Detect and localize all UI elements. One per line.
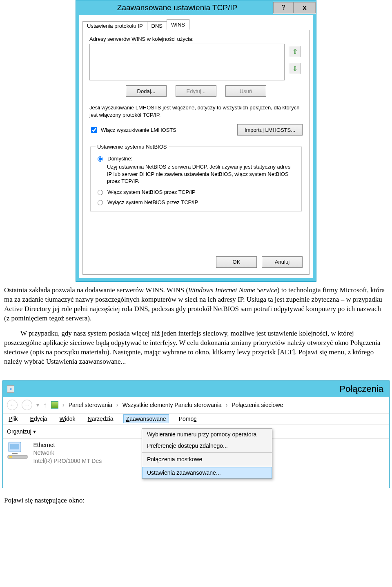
svg-rect-4 xyxy=(9,456,12,458)
close-icon: x xyxy=(303,4,306,12)
reorder-buttons: ⇧ ⇩ xyxy=(289,46,301,74)
lmhosts-checkbox-label[interactable]: Włącz wyszukiwanie LMHOSTS xyxy=(89,126,176,134)
lmhosts-checkbox-text: Włącz wyszukiwanie LMHOSTS xyxy=(101,127,176,133)
menu-item-operator-dial[interactable]: Wybieranie numeru przy pomocy operatora xyxy=(142,429,272,440)
netbios-radio-disable[interactable] xyxy=(98,200,103,205)
nav-row: ← → ▾ ↑ › Panel sterowania › Wszystkie e… xyxy=(3,397,389,414)
ok-button[interactable]: OK xyxy=(216,256,257,268)
menu-bar: Plik Edycja Widok Narzędzia Zaawansowane… xyxy=(3,414,389,425)
crumb-1[interactable]: Panel sterowania xyxy=(69,402,112,408)
remove-button[interactable]: Usuń xyxy=(225,85,266,97)
netbios-radio-disable-row[interactable]: Wyłącz system NetBIOS przez TCP/IP xyxy=(96,199,296,205)
back-button[interactable]: ← xyxy=(7,400,18,410)
menu-file[interactable]: Plik xyxy=(6,415,20,423)
dialog-titlebar: Zaawansowane ustawienia TCP/IP ? x xyxy=(76,0,316,15)
netbios-radio-enable-row[interactable]: Włącz system NetBIOS przez TCP/IP xyxy=(96,189,296,195)
menu-item-advanced-settings[interactable]: Ustawienia zaawansowane... xyxy=(142,467,272,478)
ethernet-adapter-item[interactable]: Ethernet Network Intel(R) PRO/1000 MT De… xyxy=(33,441,102,465)
move-down-button[interactable]: ⇩ xyxy=(289,63,301,74)
arrow-left-icon: ← xyxy=(9,402,15,408)
move-up-button[interactable]: ⇧ xyxy=(289,46,301,57)
svg-rect-1 xyxy=(10,444,19,449)
netbios-radio-default-row[interactable]: Domyślne: xyxy=(96,156,296,162)
paragraph-2: W przypadku, gdy nasz system posiada wię… xyxy=(4,329,388,367)
help-icon: ? xyxy=(281,4,285,12)
adapter-network: Network xyxy=(33,449,102,457)
close-button[interactable]: x xyxy=(294,2,316,13)
help-button[interactable]: ? xyxy=(273,2,294,13)
wins-server-listbox[interactable] xyxy=(89,44,285,80)
dialog-button-row: OK Anuluj xyxy=(89,256,303,268)
lmhosts-row: Włącz wyszukiwanie LMHOSTS Importuj LMHO… xyxy=(89,124,303,136)
tab-dns[interactable]: DNS xyxy=(147,21,167,30)
wins-servers-label: Adresy serwerów WINS w kolejności użycia… xyxy=(89,36,303,42)
chevron-right-icon: › xyxy=(226,402,228,408)
adapter-name: Ethernet xyxy=(33,441,102,449)
tab-wins[interactable]: WINS xyxy=(167,19,189,30)
netbios-radio-disable-label: Wyłącz system NetBIOS przez TCP/IP xyxy=(107,199,198,205)
menu-help[interactable]: Pomoc xyxy=(176,415,199,423)
dialog-body: Ustawienia protokołu IP DNS WINS Adresy … xyxy=(76,15,316,281)
advanced-dropdown-menu: Wybieranie numeru przy pomocy operatora … xyxy=(142,428,272,479)
article-body: Ostatnia zakłada pozwala na dodawanie se… xyxy=(0,284,392,380)
arrow-down-icon: ⇩ xyxy=(292,65,298,73)
netbios-radio-default[interactable] xyxy=(98,156,103,162)
netbios-radio-enable-label: Włącz system NetBIOS przez TCP/IP xyxy=(107,189,196,195)
forward-button[interactable]: → xyxy=(22,400,32,410)
article-tail: Pojawi się następujące okno: xyxy=(0,494,392,519)
netbios-groupbox: Ustawienie systemu NetBIOS Domyślne: Uży… xyxy=(90,144,302,211)
chevron-right-icon: › xyxy=(116,402,118,408)
crumb-2[interactable]: Wszystkie elementy Panelu sterowania xyxy=(122,402,222,408)
import-lmhosts-button[interactable]: Importuj LMHOSTS... xyxy=(237,124,303,136)
menu-separator xyxy=(142,466,272,466)
paragraph-1: Ostatnia zakłada pozwala na dodawanie se… xyxy=(4,286,388,323)
tab-strip: Ustawienia protokołu IP DNS WINS xyxy=(82,19,310,30)
netbios-radio-default-label: Domyślne: xyxy=(107,156,132,162)
dialog-title: Zaawansowane ustawienia TCP/IP xyxy=(82,3,273,12)
cancel-button[interactable]: Anuluj xyxy=(262,256,303,268)
up-button[interactable]: ↑ xyxy=(43,401,47,409)
tcpip-advanced-dialog: Zaawansowane ustawienia TCP/IP ? x Ustaw… xyxy=(76,0,316,282)
netbios-legend: Ustawienie systemu NetBIOS xyxy=(96,144,169,150)
crumb-3[interactable]: Połączenia sieciowe xyxy=(232,402,283,408)
system-menu-icon[interactable]: 🔹 xyxy=(7,385,14,393)
adapter-device: Intel(R) PRO/1000 MT Des xyxy=(33,457,102,465)
menu-item-bridge-connections[interactable]: Połączenia mostkowe xyxy=(142,454,272,465)
lmhosts-info-text: Jeśli wyszukiwanie LMHOSTS jest włączone… xyxy=(89,104,303,118)
titlebar-buttons: ? x xyxy=(273,2,316,14)
organize-button[interactable]: Organizuj ▾ xyxy=(7,428,36,435)
menu-separator xyxy=(142,452,272,453)
arrow-up-icon: ⇧ xyxy=(292,48,298,56)
wins-button-row: Dodaj... Edytuj... Usuń xyxy=(89,85,303,97)
recent-dropdown-icon[interactable]: ▾ xyxy=(36,402,39,408)
tab-page-wins: Adresy serwerów WINS w kolejności użycia… xyxy=(82,30,310,275)
window-title: Połączenia xyxy=(18,384,383,394)
menu-tools[interactable]: Narzędzia xyxy=(85,415,116,423)
netbios-default-desc: Użyj ustawienia NetBIOS z serwera DHCP. … xyxy=(107,163,296,185)
window-titlebar: 🔹 Połączenia xyxy=(3,381,389,397)
breadcrumb: › Panel sterowania › Wszystkie elementy … xyxy=(51,401,283,409)
menu-edit[interactable]: Edycja xyxy=(28,415,50,423)
menu-view[interactable]: Widok xyxy=(57,415,78,423)
paragraph-3: Pojawi się następujące okno: xyxy=(4,496,388,505)
add-button[interactable]: Dodaj... xyxy=(126,85,167,97)
content-area: Ethernet Network Intel(R) PRO/1000 MT De… xyxy=(3,439,389,488)
svg-rect-2 xyxy=(12,453,18,454)
menu-item-remote-access-prefs[interactable]: Preferencje dostępu zdalnego... xyxy=(142,440,272,451)
netbios-radio-enable[interactable] xyxy=(98,190,103,195)
arrow-right-icon: → xyxy=(24,402,30,408)
control-panel-icon xyxy=(51,401,58,409)
edit-button[interactable]: Edytuj... xyxy=(176,85,216,97)
network-connections-window: 🔹 Połączenia ← → ▾ ↑ › Panel sterowania … xyxy=(2,380,390,488)
menu-advanced[interactable]: Zaawansowane xyxy=(123,414,169,423)
ethernet-adapter-icon xyxy=(7,441,28,459)
chevron-right-icon: › xyxy=(62,402,65,408)
tab-ip[interactable]: Ustawienia protokołu IP xyxy=(82,21,147,30)
chevron-down-icon: ▾ xyxy=(33,428,36,435)
lmhosts-checkbox[interactable] xyxy=(91,127,97,133)
